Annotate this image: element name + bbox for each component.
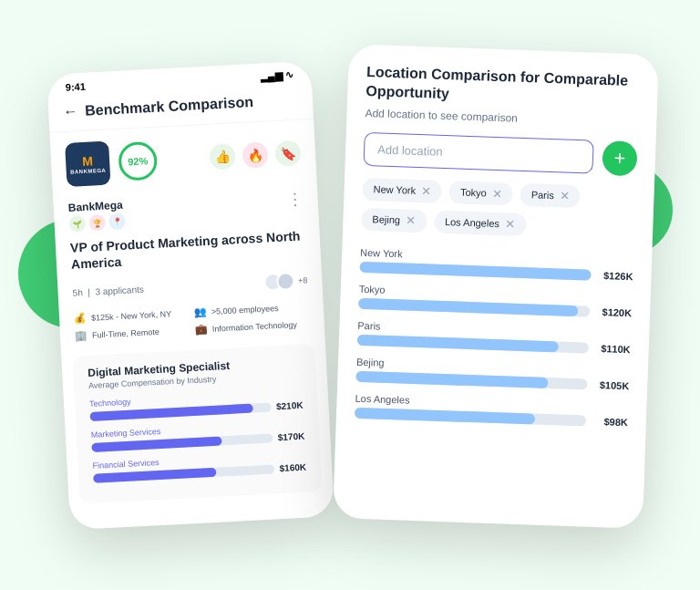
tag-losangeles-remove[interactable]: ✕ (505, 216, 516, 230)
salary-icon: 💰 (74, 312, 88, 325)
loc-bar-paris: Paris $110K (357, 319, 632, 354)
location-charts: New York $126K Tokyo $120K Par (355, 243, 634, 427)
more-options-button[interactable]: ⋮ (286, 189, 304, 210)
badge-1: 🌱 (68, 214, 86, 232)
avatar-2 (276, 272, 295, 291)
fire-button[interactable]: 🔥 (242, 141, 268, 168)
logo-text: BANKMEGA (70, 167, 107, 174)
phones-container: 9:41 ▂▄▆ ∿ ← Benchmark Comparison M BANK… (31, 31, 669, 560)
back-button[interactable]: ← (63, 103, 78, 120)
company-left: M BANKMEGA 92% (65, 138, 158, 186)
employees-text: >5,000 employees (211, 303, 279, 316)
right-subtitle: Add location to see comparison (365, 106, 638, 128)
loc-bar-tokyo: Tokyo $120K (358, 283, 633, 317)
loc-bar-newyork: New York $126K (359, 246, 633, 281)
detail-type: 🏢 Full-Time, Remote (75, 324, 190, 342)
badge-3: 📍 (108, 212, 126, 230)
bar-item-marketing: Marketing Services $170K (91, 419, 305, 452)
bar-item-financial: Financial Services $160K (92, 450, 306, 483)
search-row: Add location + (364, 131, 638, 175)
type-icon: 🏢 (75, 329, 88, 342)
signal-icon: ▂▄▆ (260, 69, 282, 82)
tag-bejing-remove[interactable]: ✕ (406, 213, 417, 227)
company-badges: 🌱 🏆 📍 (68, 212, 126, 232)
tag-losangeles-label: Los Angeles (445, 216, 499, 229)
loc-bar-fill-losangeles (355, 407, 535, 424)
employees-icon: 👥 (194, 305, 208, 318)
tag-paris: Paris ✕ (520, 182, 581, 207)
detail-industry: 💼 Information Technology (195, 317, 311, 336)
thumbup-button[interactable]: 👍 (209, 143, 235, 170)
badge-2: 🏆 (88, 213, 106, 231)
tag-newyork: New York ✕ (362, 177, 442, 202)
wifi-icon: ∿ (284, 68, 293, 80)
phone-left: 9:41 ▂▄▆ ∿ ← Benchmark Comparison M BANK… (46, 60, 335, 529)
company-name: BankMega (67, 198, 125, 213)
tag-bejing: Bejing ✕ (361, 207, 427, 232)
right-title: Location Comparison for Comparable Oppor… (365, 62, 640, 109)
avatars: +8 (263, 271, 308, 291)
loc-bar-fill-bejing (355, 370, 548, 388)
loc-bar-bejing: Bejing $105K (355, 356, 630, 390)
tag-newyork-label: New York (373, 183, 416, 196)
tag-tokyo-remove[interactable]: ✕ (492, 186, 503, 200)
chart-section: Digital Marketing Specialist Average Com… (72, 344, 322, 504)
loc-bar-value-bejing: $105K (594, 378, 629, 390)
tags-row: New York ✕ Tokyo ✕ Paris ✕ Bejing ✕ Los … (361, 177, 636, 239)
add-location-button[interactable]: + (602, 140, 637, 175)
loc-bar-value-losangeles: $98K (593, 415, 628, 427)
score-value: 92% (128, 155, 149, 167)
tag-bejing-label: Bejing (372, 213, 400, 225)
bar-value-marketing: $170K (278, 431, 305, 443)
loc-bar-value-paris: $110K (596, 342, 631, 354)
type-text: Full-Time, Remote (92, 326, 160, 339)
loc-bar-losangeles: Los Angeles $98K (355, 392, 629, 427)
salary-text: $125k - New York, NY (91, 309, 171, 323)
applicants-info: 5h | 3 applicants (72, 284, 144, 297)
loc-bar-value-newyork: $126K (598, 269, 633, 281)
page-title: Benchmark Comparison (85, 94, 254, 119)
tag-tokyo-label: Tokyo (460, 186, 487, 198)
action-icons: 👍 🔥 🔖 (209, 140, 301, 170)
signal-icons: ▂▄▆ ∿ (260, 68, 293, 82)
detail-salary: 💰 $125k - New York, NY (74, 306, 190, 325)
time: 9:41 (66, 80, 87, 92)
detail-employees: 👥 >5,000 employees (194, 300, 310, 318)
tag-paris-remove[interactable]: ✕ (560, 188, 571, 202)
tag-paris-label: Paris (531, 189, 554, 201)
industry-icon: 💼 (195, 323, 209, 336)
bar-value-financial: $160K (279, 461, 306, 473)
score-circle: 92% (118, 140, 158, 181)
tag-newyork-remove[interactable]: ✕ (421, 183, 432, 197)
company-logo: M BANKMEGA (65, 140, 110, 186)
company-info: BankMega 🌱 🏆 📍 (67, 198, 126, 232)
bar-value-technology: $210K (276, 400, 304, 412)
loc-bar-value-tokyo: $120K (597, 305, 632, 317)
extra-count: +8 (298, 275, 308, 285)
tag-tokyo: Tokyo ✕ (449, 180, 514, 204)
industry-text: Information Technology (212, 319, 297, 333)
location-search-input[interactable]: Add location (364, 131, 594, 173)
bar-item-technology: Technology $210K (89, 388, 304, 421)
bookmark-button[interactable]: 🔖 (274, 140, 301, 166)
tag-losangeles: Los Angeles ✕ (434, 210, 527, 236)
logo-letter: M (82, 153, 93, 169)
phone-right: Location Comparison for Comparable Oppor… (333, 44, 659, 529)
